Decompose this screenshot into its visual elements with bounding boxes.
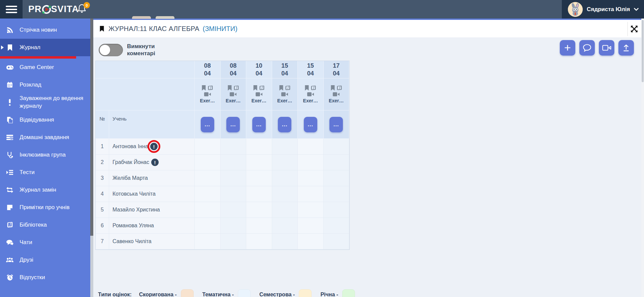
grade-cell[interactable] <box>298 155 324 170</box>
grade-cell[interactable] <box>272 170 298 186</box>
grade-cell[interactable] <box>246 202 272 218</box>
video-camera-icon <box>307 92 314 97</box>
sidebar-item-student-notes[interactable]: Примітки про учнів <box>0 199 90 216</box>
grade-cell[interactable] <box>221 234 247 250</box>
student-number: 5 <box>96 202 109 218</box>
sidebar-item-journal-remarks[interactable]: Зауваження до ведення журналу <box>0 94 90 111</box>
grade-cell[interactable] <box>324 170 350 186</box>
grade-cell[interactable] <box>298 234 324 250</box>
grade-cell[interactable] <box>195 202 221 218</box>
grade-cell[interactable] <box>195 186 221 202</box>
date-day: 15 <box>281 62 288 70</box>
sidebar-item-game-center[interactable]: Game Center <box>0 59 90 76</box>
grade-cell[interactable] <box>272 139 298 155</box>
grade-cell[interactable] <box>246 170 272 186</box>
user-menu[interactable]: Сядриста Юлія <box>562 0 644 19</box>
legend-item: Річна - <box>320 285 355 297</box>
video-camera-icon <box>256 92 262 97</box>
grade-cell[interactable] <box>298 186 324 202</box>
grade-cell[interactable] <box>221 218 247 234</box>
sidebar-item-tests[interactable]: Тести <box>0 164 90 181</box>
sidebar-item-news-feed[interactable]: Стрічка новин <box>0 21 90 39</box>
lesson-cell[interactable]: Exer… <box>246 78 272 110</box>
lesson-cell[interactable]: Exer… <box>298 78 324 110</box>
grade-cell[interactable] <box>195 218 221 234</box>
lesson-cell[interactable]: Exer… <box>195 78 221 110</box>
edit-journal-link[interactable]: (ЗМІНИТИ) <box>203 25 237 33</box>
grade-cell[interactable] <box>324 155 350 170</box>
student-alert-badge[interactable]: ! <box>151 159 159 166</box>
sidebar-item-homework[interactable]: Домашні завдання <box>0 129 90 146</box>
bookmark-icon <box>201 85 206 91</box>
lesson-cell[interactable]: Exer… <box>272 78 298 110</box>
column-menu-button[interactable]: ... <box>201 117 214 132</box>
grade-cell[interactable] <box>221 186 247 202</box>
student-alert-badge[interactable]: ! <box>150 143 158 150</box>
hamburger-menu-button[interactable] <box>0 0 23 19</box>
student-name-cell: Антонова Інна ! <box>109 139 195 155</box>
grade-cell[interactable] <box>298 139 324 155</box>
grade-cell[interactable] <box>272 234 298 250</box>
grade-cell[interactable] <box>221 202 247 218</box>
grade-cell[interactable] <box>298 170 324 186</box>
grade-cell[interactable] <box>195 234 221 250</box>
grade-cell[interactable] <box>246 218 272 234</box>
grade-cell[interactable] <box>221 170 247 186</box>
comments-toggle[interactable] <box>99 44 123 56</box>
upload-button[interactable] <box>618 40 634 56</box>
inner-scrollbar-thumb[interactable] <box>90 19 93 236</box>
grade-cell[interactable] <box>272 186 298 202</box>
grade-cell[interactable] <box>298 218 324 234</box>
column-menu-button[interactable]: ... <box>304 117 317 132</box>
rss-icon <box>0 27 20 33</box>
header-spacer-cell <box>96 78 195 110</box>
grade-cell[interactable] <box>324 186 350 202</box>
student-name-cell: Желіба Марта <box>109 170 195 186</box>
lesson-cell[interactable]: Exer… <box>221 78 247 110</box>
date-day: 15 <box>307 62 314 70</box>
grade-cell[interactable] <box>324 234 350 250</box>
lesson-cell[interactable]: Exer… <box>324 78 350 110</box>
page-scrollbar-thumb[interactable] <box>642 20 644 82</box>
grade-cell[interactable] <box>246 139 272 155</box>
grade-cell[interactable] <box>195 155 221 170</box>
grade-cell[interactable] <box>324 139 350 155</box>
sidebar-item-journal[interactable]: Журнал <box>0 39 90 56</box>
page-scrollbar[interactable] <box>641 19 644 297</box>
grade-cell[interactable] <box>324 202 350 218</box>
grade-cell[interactable] <box>298 202 324 218</box>
column-menu-button[interactable]: ... <box>278 117 291 132</box>
plus-icon: + <box>564 42 571 53</box>
inner-scrollbar[interactable] <box>90 19 93 297</box>
sidebar-item-vacations[interactable]: Відпустки <box>0 269 90 286</box>
notifications-button[interactable]: 0 <box>77 3 92 17</box>
column-menu-button[interactable]: ... <box>252 117 266 132</box>
fullscreen-button[interactable] <box>630 25 639 33</box>
comments-button[interactable] <box>579 40 595 56</box>
student-name-cell: Романова Уляна <box>109 218 195 234</box>
number-column-header: № <box>96 110 109 139</box>
sidebar-item-chats[interactable]: Чати <box>0 234 90 251</box>
legend-item-label: Скоригована - <box>139 292 177 297</box>
grade-cell[interactable] <box>324 218 350 234</box>
column-menu-button[interactable]: ... <box>329 117 343 132</box>
grade-cell[interactable] <box>246 234 272 250</box>
sidebar-item-inclusive-group[interactable]: Інклюзивна група <box>0 146 90 164</box>
grade-cell[interactable] <box>272 218 298 234</box>
column-menu-button[interactable]: ... <box>226 117 240 132</box>
sidebar-item-schedule[interactable]: Розклад <box>0 76 90 94</box>
grade-cell[interactable] <box>221 139 247 155</box>
grade-cell[interactable] <box>195 139 221 155</box>
sidebar-item-attendance[interactable]: Відвідування <box>0 111 90 129</box>
sidebar-item-library[interactable]: Бібліотека <box>0 216 90 234</box>
add-column-button[interactable]: + <box>560 40 575 56</box>
grade-cell[interactable] <box>195 170 221 186</box>
grade-cell[interactable] <box>221 155 247 170</box>
sidebar-item-substitution-journal[interactable]: Журнал замін <box>0 181 90 199</box>
video-call-button[interactable] <box>599 40 614 56</box>
grade-cell[interactable] <box>246 186 272 202</box>
grade-cell[interactable] <box>272 155 298 170</box>
grade-cell[interactable] <box>272 202 298 218</box>
grade-cell[interactable] <box>246 155 272 170</box>
sidebar-item-friends[interactable]: Друзі <box>0 251 90 269</box>
